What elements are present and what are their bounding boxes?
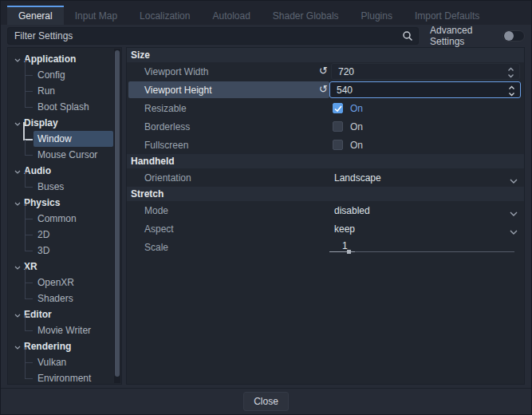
row-orientation: Orientation Landscape: [127, 168, 524, 187]
property-label: Orientation: [144, 172, 191, 184]
resizable-checkbox[interactable]: [333, 103, 343, 113]
tree-item-vulkan[interactable]: Vulkan: [33, 354, 113, 370]
scale-slider-fill: [329, 251, 355, 252]
row-aspect: Aspect keep: [127, 219, 524, 238]
section-header-stretch: Stretch: [127, 187, 524, 201]
property-label: Viewport Height: [144, 85, 212, 96]
aspect-dropdown[interactable]: keep: [334, 223, 355, 235]
row-borderless: Borderless On: [127, 117, 524, 136]
viewport-width-value: 720: [338, 66, 354, 77]
viewport-height-spinbox[interactable]: 540: [329, 81, 521, 98]
spin-arrows-icon[interactable]: [508, 85, 515, 99]
section-header-handheld: Handheld: [127, 154, 524, 168]
chevron-down-icon: [14, 341, 21, 352]
tree-item-openxr[interactable]: OpenXR: [33, 275, 113, 290]
borderless-checkbox[interactable]: [333, 121, 343, 132]
property-label: Scale: [144, 242, 168, 253]
chevron-down-icon: [14, 165, 21, 176]
tree-item-config[interactable]: Config: [33, 67, 113, 83]
row-mode: Mode disabled: [127, 201, 524, 219]
tab-bar: General Input Map Localization Autoload …: [1, 1, 531, 25]
tab-general[interactable]: General: [7, 6, 64, 25]
orientation-dropdown[interactable]: Landscape: [334, 172, 381, 184]
settings-tree: Application Config Run Boot Splash Displ…: [8, 48, 121, 385]
tree-item-window[interactable]: Window: [33, 131, 113, 147]
tree-item-buses[interactable]: Buses: [33, 179, 113, 195]
property-label: Viewport Width: [144, 66, 208, 77]
fullscreen-checkbox[interactable]: [333, 140, 343, 150]
settings-panel: Size Viewport Width ↺ 720 Viewport Heigh…: [126, 47, 525, 385]
row-viewport-width: Viewport Width ↺ 720: [127, 62, 524, 81]
chevron-down-icon: [14, 117, 21, 128]
tree-item-common[interactable]: Common: [33, 211, 113, 227]
tab-import-defaults[interactable]: Import Defaults: [404, 6, 491, 25]
tab-shader-globals[interactable]: Shader Globals: [262, 6, 350, 25]
advanced-settings-label: Advanced Settings: [430, 25, 495, 47]
chevron-down-icon[interactable]: [510, 208, 518, 219]
tab-input-map[interactable]: Input Map: [64, 6, 128, 25]
filter-settings-input[interactable]: Filter Settings: [7, 27, 419, 45]
viewport-height-value: 540: [337, 85, 353, 96]
search-icon: [402, 30, 413, 44]
revert-icon[interactable]: ↺: [319, 65, 328, 77]
tab-plugins[interactable]: Plugins: [350, 6, 404, 25]
filter-placeholder: Filter Settings: [14, 30, 73, 42]
scale-slider-track[interactable]: [329, 251, 514, 252]
scale-value: 1: [342, 240, 348, 251]
section-header-size: Size: [127, 48, 524, 62]
content-area: Application Config Run Boot Splash Displ…: [1, 47, 531, 388]
tab-localization[interactable]: Localization: [128, 6, 201, 25]
chevron-down-icon[interactable]: [510, 175, 518, 186]
tree-item-mouse-cursor[interactable]: Mouse Cursor: [33, 147, 113, 163]
borderless-value: On: [350, 121, 363, 132]
viewport-width-spinbox[interactable]: 720: [331, 63, 520, 80]
chevron-down-icon: [14, 53, 21, 65]
row-fullscreen: Fullscreen On: [127, 136, 524, 154]
row-resizable: Resizable On: [127, 99, 524, 117]
property-label: Aspect: [144, 223, 174, 235]
resizable-value: On: [350, 103, 363, 114]
project-settings-dialog: General Input Map Localization Autoload …: [0, 0, 532, 415]
filter-bar: Filter Settings Advanced Settings: [1, 25, 531, 47]
tree-item-movie-writer[interactable]: Movie Writer: [33, 322, 113, 338]
chevron-down-icon[interactable]: [510, 226, 518, 237]
close-button[interactable]: Close: [243, 392, 289, 411]
settings-tree-sidebar: Application Config Run Boot Splash Displ…: [7, 47, 122, 385]
chevron-down-icon: [14, 197, 21, 208]
row-scale: Scale 1: [127, 238, 524, 256]
fullscreen-value: On: [350, 140, 363, 151]
dialog-footer: Close: [1, 388, 531, 414]
spin-arrows-icon[interactable]: [507, 67, 514, 81]
tree-item-run[interactable]: Run: [33, 83, 113, 99]
revert-icon[interactable]: ↺: [319, 83, 328, 96]
chevron-down-icon: [14, 261, 21, 272]
chevron-down-icon: [14, 309, 21, 320]
sidebar-scrollbar-thumb[interactable]: [115, 50, 120, 377]
tree-item-shaders[interactable]: Shaders: [33, 290, 113, 306]
row-viewport-height: Viewport Height ↺ 540: [127, 81, 524, 99]
tree-item-environment[interactable]: Environment: [33, 370, 113, 385]
property-label: Resizable: [144, 103, 187, 114]
tree-item-2d[interactable]: 2D: [33, 227, 113, 243]
advanced-settings-toggle[interactable]: [502, 30, 525, 42]
property-label: Fullscreen: [144, 140, 188, 151]
toggle-knob: [504, 31, 514, 41]
tree-item-boot-splash[interactable]: Boot Splash: [33, 99, 113, 115]
property-label: Mode: [144, 205, 168, 216]
property-label: Borderless: [144, 121, 190, 132]
mode-dropdown[interactable]: disabled: [334, 205, 370, 216]
sidebar-scrollbar[interactable]: [114, 49, 120, 383]
tab-autoload[interactable]: Autoload: [201, 6, 261, 25]
tree-item-3d[interactable]: 3D: [33, 243, 113, 259]
